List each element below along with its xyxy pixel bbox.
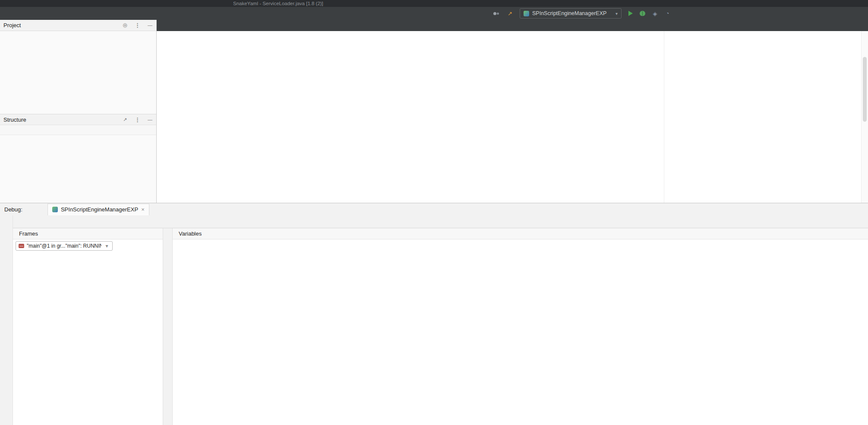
structure-tool-header: Structure — [0, 114, 156, 125]
window-title: SnakeYaml - ServiceLoader.java [1.8 (2)] — [233, 1, 323, 6]
thread-selector[interactable]: "main"@1 in gr..."main": RUNNING — [16, 241, 113, 251]
debug-session-tab[interactable]: SPInScriptEngineManagerEXP × — [47, 204, 149, 215]
debug-toolbar — [13, 215, 868, 228]
app-icon — [524, 11, 529, 16]
structure-tree — [0, 136, 156, 203]
project-tool-header: Project — [0, 20, 157, 31]
run-button[interactable] — [628, 11, 633, 16]
more-options-icon[interactable] — [135, 22, 140, 28]
thread-label: "main"@1 in gr..."main": RUNNING — [27, 243, 101, 249]
variables-panel: Variables — [173, 228, 868, 425]
more-options-icon[interactable] — [135, 117, 140, 123]
right-margin-guide — [664, 31, 664, 203]
title-bar: SnakeYaml - ServiceLoader.java [1.8 (2)] — [0, 0, 868, 7]
project-tree — [0, 32, 156, 114]
structure-toolbar — [0, 125, 156, 135]
project-panel: Structure — [0, 31, 157, 203]
debug-left-toolbar — [0, 215, 13, 425]
coverage-icon[interactable] — [652, 11, 658, 16]
close-icon[interactable]: × — [141, 206, 145, 213]
run-configuration-label: SPInScriptEngineManagerEXP — [532, 10, 606, 16]
hide-panel-icon[interactable] — [147, 117, 153, 123]
structure-header-title: Structure — [3, 116, 26, 123]
frames-panel: Frames "main"@1 in gr..."main": RUNNING — [13, 228, 163, 425]
watches-toolbar — [163, 228, 173, 425]
navigation-bar: SPInScriptEngineManagerEXP ▾ — [0, 7, 868, 20]
ide-window: SnakeYaml - ServiceLoader.java [1.8 (2)]… — [0, 0, 868, 425]
locate-icon[interactable] — [122, 22, 128, 28]
run-toolbar: SPInScriptEngineManagerEXP ▾ — [493, 7, 670, 20]
stack-frames-list — [13, 252, 163, 425]
code-editor[interactable] — [157, 31, 868, 203]
frames-header-title: Frames — [19, 230, 38, 237]
debug-window-label: Debug: — [4, 206, 22, 213]
session-tab-label: SPInScriptEngineManagerEXP — [61, 206, 138, 213]
hide-panel-icon[interactable] — [147, 22, 153, 28]
chevron-down-icon — [104, 243, 110, 249]
profiler-icon[interactable] — [665, 11, 670, 16]
collaboration-icon[interactable] — [493, 10, 500, 16]
editor-tabs — [157, 20, 868, 31]
float-panel-icon[interactable] — [122, 117, 128, 123]
project-header-title: Project — [3, 22, 21, 28]
variables-list — [173, 239, 868, 243]
debug-button[interactable] — [640, 11, 645, 16]
variables-header-title: Variables — [179, 230, 202, 237]
app-icon — [52, 207, 58, 212]
editor-scrollbar[interactable] — [861, 31, 868, 203]
redo-arrow-icon[interactable] — [507, 11, 513, 16]
run-configuration-select[interactable]: SPInScriptEngineManagerEXP ▾ — [520, 8, 622, 19]
debug-panel: Debug: SPInScriptEngineManagerEXP × Fram… — [0, 203, 868, 425]
thread-icon — [19, 244, 24, 248]
debug-header: Debug: SPInScriptEngineManagerEXP × — [0, 203, 868, 215]
scrollbar-thumb[interactable] — [863, 57, 867, 122]
chevron-down-icon: ▾ — [615, 11, 618, 16]
